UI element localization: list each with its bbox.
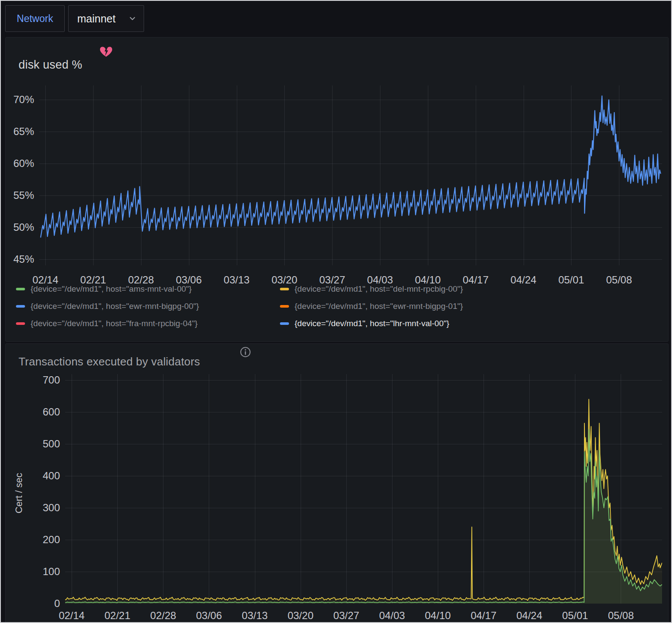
network-variable-value: mainnet: [77, 13, 116, 25]
x-tick-label: 03/06: [183, 610, 235, 622]
legend-label: {device="/dev/md1", host="ewr-mnt-bigpg-…: [295, 302, 463, 311]
chevron-down-icon: [128, 14, 137, 23]
y-axis-label: Cert / sec: [13, 428, 25, 558]
series-color-marker: [16, 322, 25, 325]
x-tick-label: 02/21: [91, 610, 143, 622]
x-tick-label: 05/08: [593, 274, 645, 286]
y-tick-label: 45%: [4, 253, 34, 265]
legend-label: {device="/dev/md1", host="ewr-mnt-bigpg-…: [31, 302, 199, 311]
series-color-marker: [16, 288, 25, 290]
legend-item-del-mnt-rpcbig-00[interactable]: {device="/dev/md1", host="del-mnt-rpcbig…: [280, 284, 463, 294]
y-tick-label: 600: [28, 406, 60, 418]
x-tick-label: 05/01: [549, 610, 601, 622]
transactions-panel: Transactions executed by validators Cert…: [5, 343, 669, 623]
x-tick-label: 05/01: [545, 274, 597, 286]
series-color-marker: [280, 322, 289, 325]
transactions-chart-canvas[interactable]: [65, 374, 662, 604]
x-tick-label: 04/24: [498, 274, 550, 286]
x-tick-label: 03/20: [275, 610, 327, 622]
y-tick-label: 50%: [4, 221, 34, 233]
legend-label: {device="/dev/md1", host="lhr-mnt-val-00…: [295, 319, 449, 328]
network-variable-label-text: Network: [17, 13, 53, 25]
y-tick-label: 55%: [4, 189, 34, 201]
y-tick-label: 0: [28, 598, 60, 610]
x-tick-label: 04/10: [412, 610, 464, 622]
legend-item-ewr-mnt-bigpg-00[interactable]: {device="/dev/md1", host="ewr-mnt-bigpg-…: [16, 302, 280, 311]
y-tick-label: 500: [28, 438, 60, 450]
legend-label: {device="/dev/md1", host="fra-mnt-rpcbig…: [31, 319, 198, 328]
x-tick-label: 03/27: [320, 610, 372, 622]
transactions-chart: Cert / sec 010020030040050060070002/1402…: [6, 344, 668, 623]
y-tick-label: 200: [28, 534, 60, 546]
legend-item-ewr-mnt-bigpg-01[interactable]: {device="/dev/md1", host="ewr-mnt-bigpg-…: [280, 302, 463, 311]
legend-item-ams-mnt-val-00[interactable]: {device="/dev/md1", host="ams-mnt-val-00…: [16, 284, 280, 294]
x-tick-label: 04/24: [503, 610, 555, 622]
y-tick-label: 65%: [4, 126, 34, 138]
disk-chart-legend: {device="/dev/md1", host="ams-mnt-val-00…: [16, 284, 463, 328]
x-tick-label: 02/28: [137, 610, 189, 622]
y-tick-label: 300: [28, 502, 60, 514]
x-tick-label: 04/17: [458, 610, 509, 622]
y-tick-label: 700: [28, 374, 60, 386]
x-tick-label: 02/14: [46, 610, 97, 622]
legend-label: {device="/dev/md1", host="ams-mnt-val-00…: [31, 284, 192, 294]
y-tick-label: 100: [28, 566, 60, 578]
legend-item-lhr-mnt-val-00[interactable]: {device="/dev/md1", host="lhr-mnt-val-00…: [280, 319, 463, 328]
variable-bar: Network mainnet: [1, 1, 671, 36]
series-color-marker: [280, 305, 289, 308]
disk-used-chart-canvas[interactable]: [39, 85, 662, 265]
grafana-dashboard: Network mainnet disk used % 45%50%55%60%…: [0, 0, 672, 623]
series-color-marker: [16, 305, 25, 308]
x-tick-label: 04/03: [366, 610, 418, 622]
y-tick-label: 400: [28, 470, 60, 482]
y-tick-label: 60%: [4, 157, 34, 170]
y-tick-label: 70%: [4, 94, 34, 106]
legend-label: {device="/dev/md1", host="del-mnt-rpcbig…: [295, 284, 463, 294]
network-variable-label[interactable]: Network: [5, 5, 65, 32]
disk-used-panel: disk used % 45%50%55%60%65%70%02/1402/21…: [5, 37, 669, 342]
network-variable-select[interactable]: mainnet: [68, 5, 144, 32]
series-color-marker: [280, 288, 289, 290]
x-tick-label: 03/13: [229, 610, 281, 622]
x-tick-label: 05/08: [595, 610, 647, 622]
legend-item-fra-mnt-rpcbig-04[interactable]: {device="/dev/md1", host="fra-mnt-rpcbig…: [16, 319, 280, 328]
